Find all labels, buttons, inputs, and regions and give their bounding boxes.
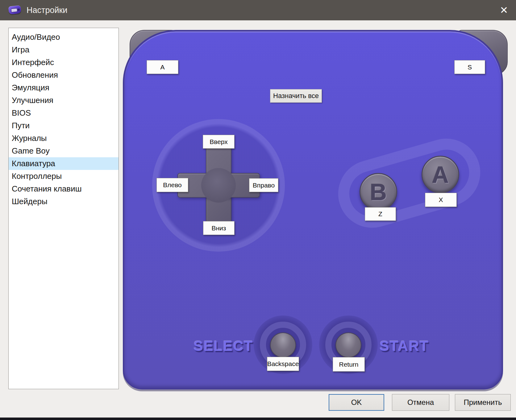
settings-category-list: Аудио/Видео Игра Интерфейс Обновления Эм… — [8, 28, 119, 389]
key-binding-shoulder-r[interactable]: S — [454, 60, 485, 74]
assign-all-button[interactable]: Назначить все — [270, 89, 322, 103]
screen-bottom-edge — [0, 418, 516, 420]
key-binding-start[interactable]: Return — [333, 357, 365, 372]
key-binding-shoulder-l[interactable]: A — [147, 60, 178, 74]
select-label: SELECT — [194, 338, 253, 354]
key-binding-select[interactable]: Backspace — [267, 357, 299, 371]
app-gba-icon — [7, 5, 22, 16]
dpad-center — [201, 168, 236, 203]
sidebar-item-enhancements[interactable]: Улучшения — [9, 94, 119, 107]
sidebar-item-paths[interactable]: Пути — [9, 119, 119, 132]
key-binding-left[interactable]: Влево — [156, 178, 188, 192]
sidebar-item-shortcuts[interactable]: Сочетания клавиш — [9, 183, 119, 195]
key-binding-down[interactable]: Вниз — [203, 221, 235, 235]
sidebar-item-shaders[interactable]: Шейдеры — [9, 195, 119, 208]
sidebar-item-game-boy[interactable]: Game Boy — [9, 145, 119, 157]
sidebar-item-interface[interactable]: Интерфейс — [9, 56, 119, 69]
b-button: B — [360, 173, 397, 211]
sidebar-item-logs[interactable]: Журналы — [9, 132, 119, 145]
window-title: Настройки — [27, 6, 67, 15]
sidebar-item-updates[interactable]: Обновления — [9, 69, 119, 81]
close-icon[interactable]: ✕ — [496, 2, 512, 18]
key-binding-right[interactable]: Вправо — [249, 178, 278, 192]
sidebar-item-controllers[interactable]: Контроллеры — [9, 170, 119, 183]
start-button — [335, 332, 361, 358]
a-button: A — [422, 156, 459, 193]
select-button — [270, 332, 296, 358]
sidebar-item-game[interactable]: Игра — [9, 43, 119, 56]
ok-button[interactable]: OK — [329, 394, 384, 411]
start-label: START — [380, 338, 429, 354]
titlebar: Настройки ✕ — [0, 0, 516, 20]
key-binding-a[interactable]: X — [425, 193, 457, 207]
key-binding-up[interactable]: Вверх — [203, 135, 235, 149]
apply-button[interactable]: Применить — [455, 394, 511, 411]
sidebar-item-keyboard[interactable]: Клавиатура — [9, 157, 119, 170]
sidebar-item-emulation[interactable]: Эмуляция — [9, 81, 119, 94]
key-binding-b[interactable]: Z — [365, 207, 396, 221]
keyboard-mapping-panel: A S Назначить все Вверх Влево Вправо Вни… — [123, 29, 503, 390]
sidebar-item-audio-video[interactable]: Аудио/Видео — [9, 31, 119, 43]
cancel-button[interactable]: Отмена — [392, 394, 449, 411]
sidebar-item-bios[interactable]: BIOS — [9, 107, 119, 119]
